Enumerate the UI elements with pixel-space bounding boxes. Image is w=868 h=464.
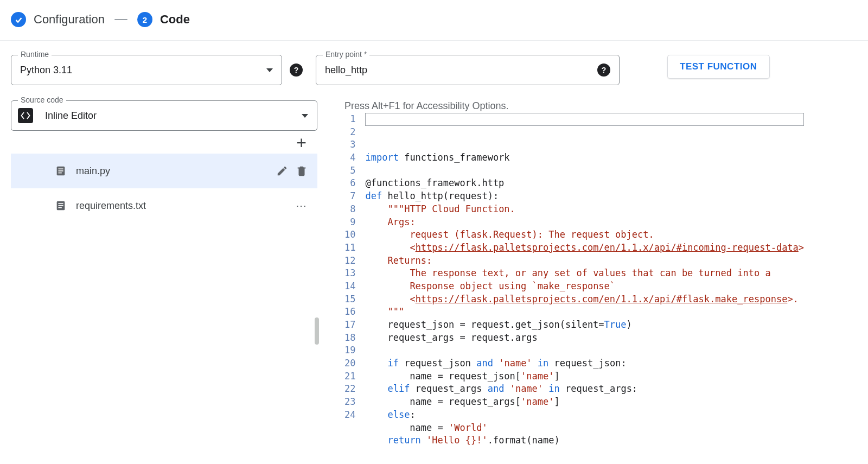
step2-number-badge: 2: [137, 12, 152, 27]
svg-rect-7: [58, 207, 61, 208]
a11y-hint: Press Alt+F1 for Accessibility Options.: [344, 100, 868, 112]
code-line[interactable]: Returns:: [365, 255, 804, 268]
code-line[interactable]: import functions_framework: [365, 151, 804, 164]
editor-cursor-line-highlight: [365, 113, 804, 126]
code-icon: [18, 108, 33, 123]
runtime-select[interactable]: Runtime Python 3.11: [11, 55, 282, 85]
scrollbar[interactable]: [315, 317, 319, 345]
step1-label[interactable]: Configuration: [34, 12, 105, 27]
runtime-value: Python 3.11: [20, 65, 261, 76]
code-line[interactable]: [365, 164, 804, 177]
stepper: Configuration 2 Code: [0, 0, 868, 41]
runtime-help-icon[interactable]: ?: [290, 63, 303, 77]
entry-point-label: Entry point *: [323, 50, 369, 59]
svg-rect-5: [58, 203, 63, 204]
code-line[interactable]: [365, 447, 804, 460]
file-list: main.py requirements.txt ⋯: [11, 154, 317, 223]
code-line[interactable]: """HTTP Cloud Function.: [365, 203, 804, 216]
svg-rect-3: [58, 173, 61, 174]
editor-gutter: 123456789101112131415161718192021222324: [344, 113, 365, 460]
code-line[interactable]: name = request_args['name']: [365, 396, 804, 409]
step1-check-icon: [11, 12, 26, 27]
file-icon: [54, 199, 67, 212]
entry-point-help-icon[interactable]: ?: [597, 63, 610, 77]
code-line[interactable]: name = request_json['name']: [365, 370, 804, 383]
code-line[interactable]: request_args = request.args: [365, 332, 804, 345]
chevron-down-icon: [302, 114, 308, 118]
code-line[interactable]: else:: [365, 409, 804, 422]
code-line[interactable]: <https://flask.palletsprojects.com/en/1.…: [365, 293, 804, 306]
code-line[interactable]: Args:: [365, 216, 804, 229]
delete-icon[interactable]: [296, 165, 308, 177]
code-line[interactable]: The response text, or any set of values …: [365, 267, 804, 280]
code-line[interactable]: return 'Hello {}!'.format(name): [365, 434, 804, 447]
entry-point-value[interactable]: [325, 65, 597, 76]
code-line[interactable]: @functions_framework.http: [365, 177, 804, 190]
code-line[interactable]: request_json = request.get_json(silent=T…: [365, 319, 804, 332]
entry-point-input[interactable]: Entry point * ?: [316, 55, 620, 85]
code-line[interactable]: def hello_http(request):: [365, 190, 804, 203]
more-icon[interactable]: ⋯: [296, 199, 308, 212]
runtime-label: Runtime: [18, 50, 52, 59]
code-line[interactable]: <https://flask.palletsprojects.com/en/1.…: [365, 241, 804, 255]
source-code-select[interactable]: Source code Inline Editor: [11, 100, 317, 131]
svg-rect-6: [58, 205, 63, 206]
code-line[interactable]: request (flask.Request): The request obj…: [365, 228, 804, 241]
test-function-button[interactable]: TEST FUNCTION: [667, 55, 770, 79]
svg-rect-2: [58, 170, 63, 171]
file-name: main.py: [76, 166, 276, 177]
edit-icon[interactable]: [276, 165, 288, 177]
code-line[interactable]: name = 'World': [365, 422, 804, 435]
code-editor[interactable]: 123456789101112131415161718192021222324 …: [344, 113, 868, 460]
source-code-value: Inline Editor: [45, 110, 296, 122]
code-line[interactable]: if request_json and 'name' in request_js…: [365, 357, 804, 370]
chevron-down-icon: [266, 68, 273, 72]
step2-label[interactable]: Code: [160, 12, 190, 27]
file-item-main[interactable]: main.py: [11, 154, 317, 188]
step-divider: [114, 19, 127, 20]
code-line[interactable]: [365, 344, 804, 357]
file-icon: [54, 164, 67, 177]
editor-code[interactable]: import functions_framework @functions_fr…: [365, 113, 804, 460]
code-line[interactable]: Response object using `make_response`: [365, 280, 804, 293]
code-line[interactable]: elif request_args and 'name' in request_…: [365, 383, 804, 396]
add-file-button[interactable]: +: [296, 134, 307, 151]
file-name: requirements.txt: [76, 200, 296, 212]
source-code-label: Source code: [18, 96, 66, 104]
code-line[interactable]: """: [365, 306, 804, 319]
svg-rect-1: [58, 168, 63, 169]
file-item-requirements[interactable]: requirements.txt ⋯: [11, 188, 317, 223]
